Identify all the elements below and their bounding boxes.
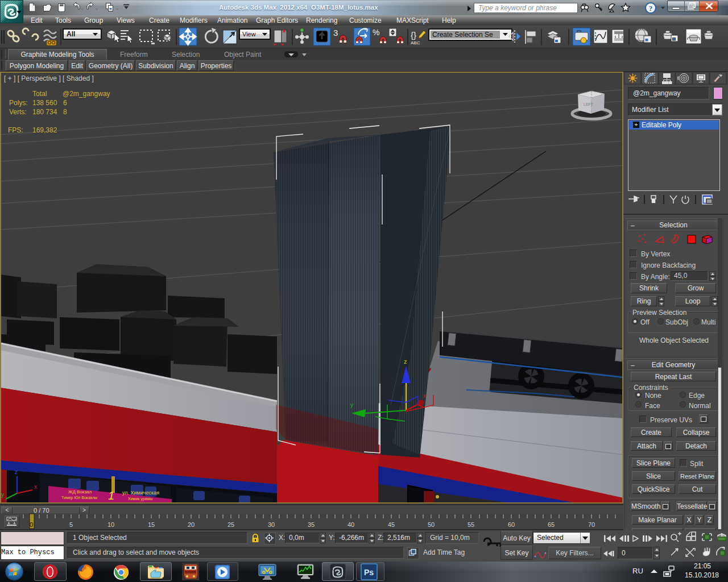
svg-text:60: 60 [508,521,515,528]
svg-text:65: 65 [548,521,555,528]
svg-text:y: y [350,402,353,408]
svg-text:ул. Химическая: ул. Химическая [122,490,159,496]
svg-text:y: y [1,492,4,498]
svg-text:30: 30 [268,521,275,528]
svg-text:55: 55 [468,521,474,528]
svg-text:3: 3 [333,28,338,38]
svg-text:View: View [242,31,256,38]
svg-text:z: z [15,469,18,475]
svg-text:45: 45 [388,521,395,528]
svg-text:Тимер Юл Вокзалы: Тимер Юл Вокзалы [61,496,97,500]
svg-text:?: ? [649,4,653,13]
svg-text:10: 10 [107,521,114,528]
svg-text:Ps: Ps [364,568,374,577]
svg-text:Химик урамы: Химик урамы [128,497,152,501]
svg-text:ABC: ABC [411,40,420,45]
svg-text:%: % [373,28,379,37]
svg-text:70: 70 [588,521,595,528]
svg-text:LEFT: LEFT [584,102,594,106]
svg-text:1: 1 [108,489,114,502]
svg-text:40: 40 [348,521,354,528]
svg-text:50: 50 [428,521,435,528]
svg-text:25: 25 [228,521,234,528]
svg-text:5: 5 [69,521,73,528]
svg-text:ЖД Вокзал: ЖД Вокзал [68,489,92,494]
svg-text:Create Selection Se: Create Selection Se [432,31,493,39]
svg-text:All: All [67,30,75,38]
svg-text:z: z [404,358,407,365]
svg-text:35: 35 [308,521,315,528]
svg-text:0: 0 [30,521,33,528]
svg-text:x: x [423,393,426,399]
svg-text:{}: {} [411,30,416,40]
svg-text:20: 20 [188,521,195,528]
svg-text:15: 15 [148,521,155,528]
svg-text:x: x [34,484,37,490]
